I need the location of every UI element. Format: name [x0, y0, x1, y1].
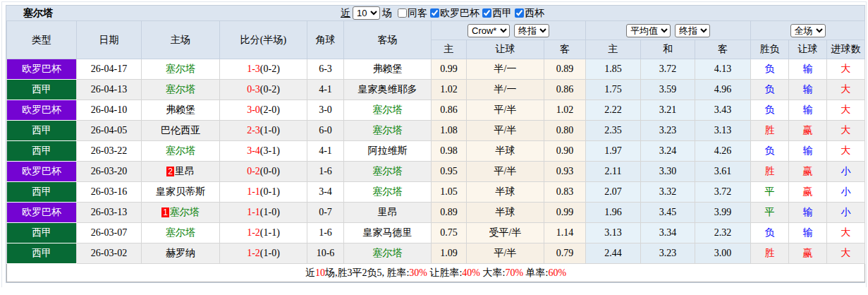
result-outcome: 胜: [751, 243, 789, 264]
home-team: 弗赖堡: [142, 100, 220, 121]
summary-segment: 让胜率:: [427, 267, 462, 278]
asian-odds-handicap: 半球: [467, 141, 544, 162]
asian-odds-away: 1.02: [544, 100, 586, 121]
home-team: 塞尔塔: [142, 59, 220, 80]
subcol-asia-handicap: 让球: [467, 40, 544, 59]
corner-score: 1-6: [307, 162, 344, 182]
asian-time-select[interactable]: 终指: [514, 24, 549, 37]
result-scope-select[interactable]: 全场: [790, 24, 826, 37]
full-score: 3-0: [247, 104, 260, 115]
rank-badge: 2: [166, 167, 174, 176]
league-label-copa: 西杯: [525, 7, 544, 20]
matches-label: 场: [382, 7, 392, 20]
european-odds-away: 3.00: [695, 243, 751, 264]
result-handicap: 输: [789, 141, 827, 162]
league-badge: 西甲: [7, 121, 77, 141]
half-score: (0-0): [260, 166, 280, 176]
league-badge: 西甲: [7, 141, 77, 162]
team-name: 塞尔塔: [373, 166, 403, 176]
table-row: 西甲26-03-02赫罗纳1-2(1-0)10-6塞尔塔1.09平/半0.792…: [7, 243, 865, 264]
result-outcome: 负: [751, 100, 789, 121]
corner-score: 3-0: [307, 100, 344, 121]
league-badge: 西甲: [7, 243, 77, 264]
match-count-select[interactable]: 10: [353, 6, 380, 20]
asian-odds-home: 0.86: [432, 100, 467, 121]
european-odds-home: 2.11: [586, 162, 641, 182]
full-score: 2-3: [247, 125, 260, 136]
league-label-laliga: 西甲: [492, 7, 512, 20]
away-team: 塞尔塔: [344, 243, 432, 264]
asian-odds-away: 1.14: [544, 223, 586, 243]
summary-segment: 近: [305, 267, 315, 278]
home-team: 巴伦西亚: [142, 121, 220, 141]
asian-odds-away: 0.80: [544, 121, 586, 141]
league-badge: 欧罗巴杯: [7, 59, 77, 80]
table-row: 西甲26-04-13塞尔塔0-3(0-2)4-1皇家奥维耶多1.02半/一0.8…: [7, 80, 865, 100]
result-handicap: 赢: [789, 121, 827, 141]
home-team: 赫罗纳: [142, 243, 220, 264]
asian-odds-handicap: 平/半: [467, 162, 544, 182]
league-checkbox-copa[interactable]: [515, 8, 524, 18]
filter-controls: 近 10 场 同客 欧罗巴杯 西甲 西杯: [341, 6, 544, 20]
asian-odds-home: 1.02: [432, 80, 467, 100]
near-link[interactable]: 近: [341, 7, 350, 20]
european-odds-draw: 3.45: [641, 203, 695, 223]
match-date: 26-04-17: [77, 59, 142, 80]
score-cell: 1-1(0-1): [220, 182, 307, 203]
european-odds-draw: 3.30: [641, 162, 695, 182]
team-name: 皇家马德里: [363, 227, 412, 238]
matches-table: 类型 日期 主场 比分(半场) 角球 客场 Crow*终指 平均值终指 全场: [6, 20, 865, 282]
full-score: 0-3: [247, 84, 260, 95]
home-team: 塞尔塔: [142, 80, 220, 100]
corner-score: 4-1: [307, 141, 344, 162]
team-name: 塞尔塔: [166, 145, 195, 156]
team-name: 塞尔塔: [373, 248, 403, 258]
asian-odds-home: 0.89: [432, 203, 467, 223]
match-date: 26-03-20: [77, 162, 142, 182]
corner-score: 10-6: [307, 243, 344, 264]
table-row: 西甲26-03-07塞尔塔1-2(1-1)1-6皇家马德里0.75受平/半1.1…: [7, 223, 865, 243]
result-goals: 大: [827, 80, 865, 100]
subcol-euro-draw: 和: [641, 40, 695, 59]
table-row: 欧罗巴杯26-03-202里昂0-2(0-0)1-6塞尔塔0.95平/半0.93…: [7, 162, 865, 182]
rank-badge: 1: [161, 207, 169, 217]
asian-odds-handicap: 半/一: [467, 59, 544, 80]
result-handicap: 输: [789, 100, 827, 121]
match-date: 26-04-10: [77, 100, 142, 121]
result-handicap: 赢: [789, 182, 827, 203]
european-odds-home: 2.07: [586, 182, 641, 203]
summary-text: 近10场,胜3平2负5, 胜率:30% 让胜率:40% 大率:70% 单率:60…: [7, 264, 865, 282]
half-score: (1-1): [260, 227, 280, 238]
result-outcome: 负: [751, 141, 789, 162]
asian-odds-handicap: 半球: [467, 182, 544, 203]
asian-odds-home: 0.99: [432, 59, 467, 80]
european-odds-draw: 3.72: [641, 59, 695, 80]
european-odds-away: 2.32: [695, 223, 751, 243]
euro-source-select[interactable]: 平均值: [626, 24, 671, 37]
team-name: 塞尔塔: [373, 186, 403, 197]
score-cell: 3-0(2-0): [220, 100, 307, 121]
subcol-result-handicap: 让球: [789, 40, 827, 59]
col-header-type: 类型: [7, 21, 77, 59]
corner-score: 4-1: [307, 80, 344, 100]
asian-odds-away: 0.89: [544, 59, 586, 80]
asian-odds-away: 0.93: [544, 162, 586, 182]
league-checkbox-laliga[interactable]: [482, 8, 491, 18]
home-team: 塞尔塔: [142, 141, 220, 162]
result-handicap: 赢: [789, 162, 827, 182]
asian-source-select[interactable]: Crow*: [467, 24, 510, 37]
same-away-checkbox[interactable]: [398, 8, 407, 18]
table-row: 西甲26-04-05巴伦西亚2-3(1-0)6-0塞尔塔1.08平/半0.802…: [7, 121, 865, 141]
european-odds-away: 3.61: [695, 162, 751, 182]
league-checkbox-europa[interactable]: [430, 8, 439, 18]
result-handicap: 输: [789, 59, 827, 80]
away-team: 塞尔塔: [344, 182, 432, 203]
match-date: 26-03-02: [77, 243, 142, 264]
away-team: 弗赖堡: [344, 59, 432, 80]
european-odds-draw: 3.21: [641, 100, 695, 121]
home-team: 皇家贝蒂斯: [142, 182, 220, 203]
table-row: 欧罗巴杯26-03-131塞尔塔1-1(1-0)0-7里昂0.89半球0.991…: [7, 203, 865, 223]
same-away-label: 同客: [408, 7, 427, 20]
euro-time-select[interactable]: 终指: [675, 24, 710, 37]
col-header-score: 比分(半场): [220, 21, 307, 59]
